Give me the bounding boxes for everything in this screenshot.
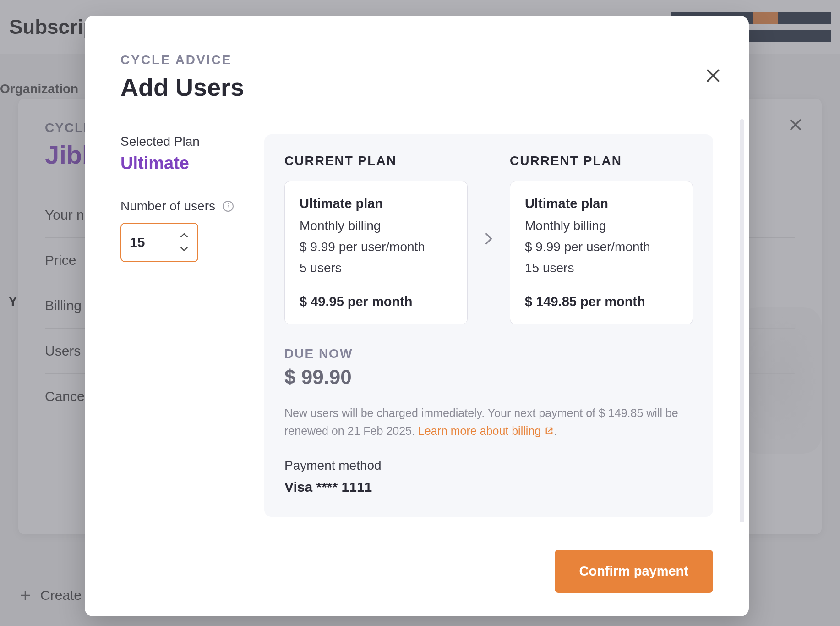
payment-method-label: Payment method [284,458,693,473]
stepper-up-button[interactable] [179,231,189,241]
due-now-amount: $ 99.90 [284,366,693,389]
new-plan-card: Ultimate plan Monthly billing $ 9.99 per… [510,181,693,324]
modal-body: Selected Plan Ultimate Number of users i [120,134,713,517]
payment-method-value: Visa **** 1111 [284,479,693,495]
new-plan-column: CURRENT PLAN Ultimate plan Monthly billi… [510,154,693,324]
new-plan-billing: Monthly billing [525,219,678,233]
selected-plan-label: Selected Plan [120,134,235,149]
users-label-row: Number of users i [120,199,235,214]
users-stepper[interactable] [120,223,198,262]
chevron-up-icon [180,233,188,238]
modal-footer: Confirm payment [555,550,713,593]
close-icon [704,66,722,85]
stepper-spinners [179,224,189,261]
modal-overline: CYCLE ADVICE [120,53,713,67]
disclaimer-period: . [554,424,557,437]
chevron-right-icon [481,231,496,246]
add-users-modal: CYCLE ADVICE Add Users Selected Plan Ult… [85,16,749,616]
current-plan-card: Ultimate plan Monthly billing $ 9.99 per… [284,181,468,324]
current-plan-title: Ultimate plan [300,196,453,211]
current-plan-header: CURRENT PLAN [284,154,468,168]
divider [525,286,678,286]
info-icon[interactable]: i [223,201,234,212]
scrollbar[interactable] [740,119,744,522]
new-plan-total: $ 149.85 per month [525,294,678,309]
users-count-label: Number of users [120,199,215,214]
due-now-label: DUE NOW [284,346,693,361]
modal-title: Add Users [120,73,713,101]
new-plan-title: Ultimate plan [525,196,678,211]
billing-disclaimer: New users will be charged immediately. Y… [284,404,693,440]
new-plan-header: CURRENT PLAN [510,154,693,168]
plans-comparison: CURRENT PLAN Ultimate plan Monthly billi… [284,154,693,324]
current-plan-total: $ 49.95 per month [300,294,453,309]
selected-plan-name: Ultimate [120,154,235,173]
users-input[interactable] [130,235,171,250]
left-panel: Selected Plan Ultimate Number of users i [120,134,235,517]
right-panel: CURRENT PLAN Ultimate plan Monthly billi… [264,134,713,517]
new-plan-rate: $ 9.99 per user/month [525,240,678,254]
learn-more-link[interactable]: Learn more about billing [418,422,554,440]
current-plan-users: 5 users [300,261,453,275]
external-link-icon [545,426,554,435]
modal-close-button[interactable] [704,66,722,85]
chevron-down-icon [180,247,188,252]
new-plan-users: 15 users [525,261,678,275]
confirm-payment-button[interactable]: Confirm payment [555,550,713,593]
current-plan-billing: Monthly billing [300,219,453,233]
divider [300,286,453,286]
current-plan-rate: $ 9.99 per user/month [300,240,453,254]
arrow-separator [481,154,496,246]
learn-more-text: Learn more about billing [418,422,541,440]
current-plan-column: CURRENT PLAN Ultimate plan Monthly billi… [284,154,468,324]
stepper-down-button[interactable] [179,244,189,254]
